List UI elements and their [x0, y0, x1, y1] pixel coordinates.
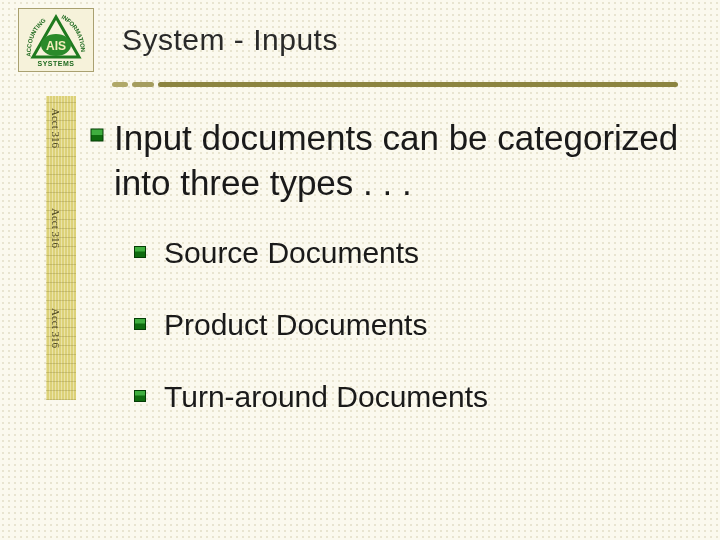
svg-rect-15: [135, 390, 146, 395]
item-label: Source Documents: [164, 236, 419, 269]
slide-header: AIS SYSTEMS ACCOUNTING INFORMATION Syste…: [0, 0, 720, 72]
underline-seg: [112, 82, 128, 87]
lead-text: Input documents can be categorized into …: [100, 116, 690, 206]
svg-rect-12: [135, 318, 146, 323]
underline-seg: [158, 82, 678, 87]
list-item: Source Documents: [158, 236, 690, 270]
item-label: Product Documents: [164, 308, 427, 341]
underline-seg: [132, 82, 154, 87]
list-item: Turn-around Documents: [158, 380, 690, 414]
bullet-icon: [90, 128, 104, 142]
bullet-icon: [134, 318, 148, 332]
svg-rect-6: [91, 129, 103, 135]
svg-text:AIS: AIS: [46, 39, 66, 53]
svg-rect-9: [135, 246, 146, 251]
item-list: Source Documents Product Documents Tur: [100, 236, 690, 414]
slide-title: System - Inputs: [122, 23, 338, 57]
item-label: Turn-around Documents: [164, 380, 488, 413]
slide-content: Input documents can be categorized into …: [100, 116, 690, 452]
ais-logo: AIS SYSTEMS ACCOUNTING INFORMATION: [18, 8, 94, 72]
bullet-icon: [134, 390, 148, 404]
lead-text-span: Input documents can be categorized into …: [114, 118, 678, 202]
sidebar-strip: Acct 316 Acct 316 Acct 316: [46, 96, 76, 400]
list-item: Product Documents: [158, 308, 690, 342]
sidebar-label: Acct 316: [50, 108, 62, 148]
svg-text:SYSTEMS: SYSTEMS: [38, 60, 75, 67]
sidebar-label: Acct 316: [50, 308, 62, 348]
title-underline: [112, 82, 680, 88]
bullet-icon: [134, 246, 148, 260]
sidebar-label: Acct 316: [50, 208, 62, 248]
